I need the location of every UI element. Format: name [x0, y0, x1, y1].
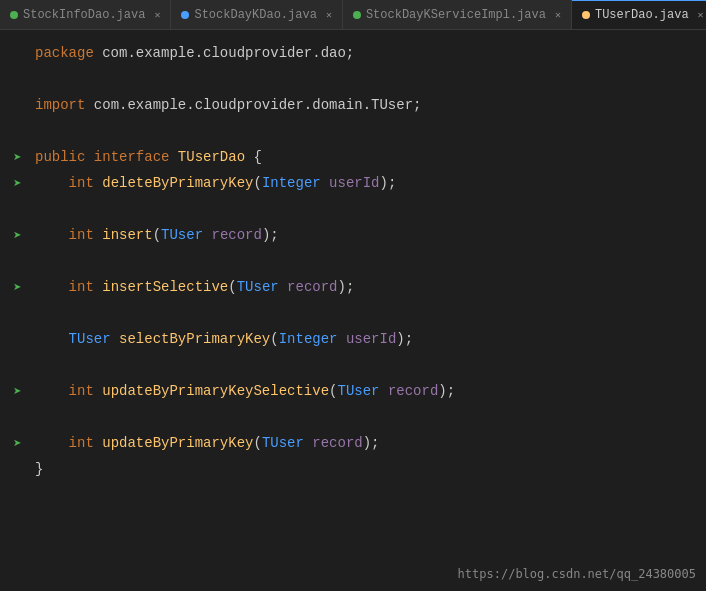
- tab-stockdaykdao[interactable]: StockDayKDao.java ✕: [171, 0, 342, 29]
- arrow-icon-10: ➤: [13, 279, 21, 296]
- space-8b: [203, 222, 211, 248]
- kw-import: import: [35, 92, 85, 118]
- indent-14: [35, 378, 69, 404]
- tab-label-tuserdao: TUserDao.java: [595, 8, 689, 22]
- space-10: [94, 274, 102, 300]
- param-record-14: record: [388, 378, 438, 404]
- tab-close-stockdaykdao[interactable]: ✕: [326, 9, 332, 21]
- code-line-14: int updateByPrimaryKeySelective ( TUser …: [35, 378, 696, 404]
- tab-dot-stockinfodao: [10, 11, 18, 19]
- gutter-2: [0, 66, 35, 92]
- gutter-12: [0, 326, 35, 352]
- space-12b: [337, 326, 345, 352]
- indent-12: [35, 326, 69, 352]
- ret-int-16: int: [69, 430, 94, 456]
- param-type-tuser-16: TUser: [262, 430, 304, 456]
- space-6: [94, 170, 102, 196]
- paren-8a: (: [153, 222, 161, 248]
- param-userid-12: userId: [346, 326, 396, 352]
- gutter-13: [0, 352, 35, 378]
- code-line-16: int updateByPrimaryKey ( TUser record );: [35, 430, 696, 456]
- arrow-icon-6: ➤: [13, 175, 21, 192]
- tab-close-tuserdao[interactable]: ✕: [698, 9, 704, 21]
- kw-public-5: public: [35, 144, 85, 170]
- paren-8b: );: [262, 222, 279, 248]
- code-line-1: package com.example.cloudprovider.dao;: [35, 40, 696, 66]
- arrow-icon-8: ➤: [13, 227, 21, 244]
- space-14b: [380, 378, 388, 404]
- code-line-4: [35, 118, 696, 144]
- param-type-tuser-10: TUser: [237, 274, 279, 300]
- param-record-16: record: [312, 430, 362, 456]
- editor-area: ➤ ➤ ➤ ➤ ➤: [0, 30, 706, 591]
- code-line-12: TUser selectByPrimaryKey ( Integer userI…: [35, 326, 696, 352]
- code-line-7: [35, 196, 696, 222]
- tab-close-stockdaykserviceimpl[interactable]: ✕: [555, 9, 561, 21]
- gutter-16: ➤: [0, 430, 35, 456]
- tab-stockdaykserviceimpl[interactable]: StockDayKServiceImpl.java ✕: [343, 0, 572, 29]
- code-line-8: int insert ( TUser record );: [35, 222, 696, 248]
- code-line-17: }: [35, 456, 696, 482]
- kw-interface: interface: [94, 144, 170, 170]
- gutter-7: [0, 196, 35, 222]
- paren-12b: );: [396, 326, 413, 352]
- tab-tuserdao[interactable]: TUserDao.java ✕: [572, 0, 706, 29]
- space-12: [111, 326, 119, 352]
- tab-dot-tuserdao: [582, 11, 590, 19]
- tab-dot-stockdaykserviceimpl: [353, 11, 361, 19]
- param-type-integer-12: Integer: [279, 326, 338, 352]
- package-path: com.example.cloudprovider.dao;: [94, 40, 354, 66]
- space-5a: [85, 144, 93, 170]
- space-10b: [279, 274, 287, 300]
- indent-6: [35, 170, 69, 196]
- gutter-6: ➤: [0, 170, 35, 196]
- code-line-3: import com.example.cloudprovider.domain.…: [35, 92, 696, 118]
- gutter-8: ➤: [0, 222, 35, 248]
- arrow-icon-14: ➤: [13, 383, 21, 400]
- param-userid-6: userId: [329, 170, 379, 196]
- code-container: ➤ ➤ ➤ ➤ ➤: [0, 30, 706, 591]
- paren-10b: );: [338, 274, 355, 300]
- paren-6a: (: [253, 170, 261, 196]
- tab-label-stockinfodao: StockInfoDao.java: [23, 8, 145, 22]
- gutter-9: [0, 248, 35, 274]
- param-type-tuser-8: TUser: [161, 222, 203, 248]
- brace-5: {: [245, 144, 262, 170]
- interface-name: TUserDao: [178, 144, 245, 170]
- gutter-3: [0, 92, 35, 118]
- ret-int-10: int: [69, 274, 94, 300]
- tab-label-stockdaykdao: StockDayKDao.java: [194, 8, 316, 22]
- closing-brace: }: [35, 456, 43, 482]
- method-selectbyprimarykey: selectByPrimaryKey: [119, 326, 270, 352]
- code-line-11: [35, 300, 696, 326]
- indent-10: [35, 274, 69, 300]
- param-record-10: record: [287, 274, 337, 300]
- space-16: [94, 430, 102, 456]
- param-type-tuser-14: TUser: [337, 378, 379, 404]
- indent-16: [35, 430, 69, 456]
- ret-int-6: int: [69, 170, 94, 196]
- code-line-9: [35, 248, 696, 274]
- tab-bar: StockInfoDao.java ✕ StockDayKDao.java ✕ …: [0, 0, 706, 30]
- param-type-integer-6: Integer: [262, 170, 321, 196]
- space-14: [94, 378, 102, 404]
- gutter-5: ➤: [0, 144, 35, 170]
- ret-int-8: int: [69, 222, 94, 248]
- code-line-15: [35, 404, 696, 430]
- gutter-17: [0, 456, 35, 482]
- paren-10a: (: [228, 274, 236, 300]
- tab-dot-stockdaykdao: [181, 11, 189, 19]
- gutter-4: [0, 118, 35, 144]
- tab-close-stockinfodao[interactable]: ✕: [154, 9, 160, 21]
- tab-stockinfodao[interactable]: StockInfoDao.java ✕: [0, 0, 171, 29]
- space-8: [94, 222, 102, 248]
- space-6b: [321, 170, 329, 196]
- gutter-14: ➤: [0, 378, 35, 404]
- kw-package: package: [35, 40, 94, 66]
- paren-16b: );: [363, 430, 380, 456]
- code-line-6: int deleteByPrimaryKey ( Integer userId …: [35, 170, 696, 196]
- method-insertselective: insertSelective: [102, 274, 228, 300]
- space-5b: [169, 144, 177, 170]
- paren-12a: (: [270, 326, 278, 352]
- gutter-11: [0, 300, 35, 326]
